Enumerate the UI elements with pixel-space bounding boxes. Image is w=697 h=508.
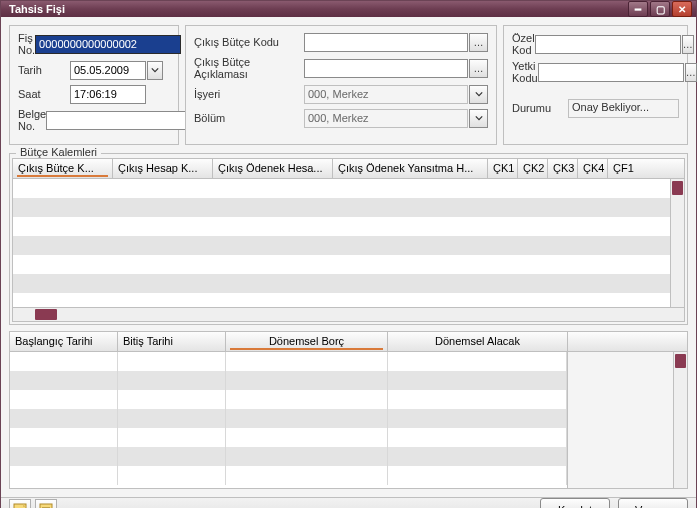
top-panels: Fiş No. Tarih Saat Belge No. (9, 25, 688, 145)
isyeri-input (304, 85, 468, 104)
titlebar[interactable]: Tahsis Fişi ━ ▢ ✕ (1, 1, 696, 17)
row-fisno: Fiş No. (18, 32, 170, 56)
table-row[interactable] (10, 390, 567, 409)
grid-budget-lines[interactable]: Çıkış Bütçe K... Çıkış Hesap K... Çıkış … (12, 158, 685, 322)
maximize-button[interactable]: ▢ (650, 1, 670, 17)
table-row[interactable] (10, 466, 567, 485)
tarih-input[interactable] (70, 61, 146, 80)
col-cikis-butce-k[interactable]: Çıkış Bütçe K... (13, 159, 113, 178)
row-isyeri: İşyeri (194, 84, 488, 104)
cikis-butce-acik-browse[interactable]: … (469, 59, 488, 78)
col-ck4[interactable]: ÇK4 (578, 159, 608, 178)
save-button[interactable]: Kaydet (540, 498, 610, 508)
col-donemsel-alacak[interactable]: Dönemsel Alacak (388, 332, 567, 351)
bolum-input (304, 109, 468, 128)
note-lines-icon (39, 503, 53, 508)
isyeri-label: İşyeri (194, 88, 304, 100)
isyeri-dropdown[interactable] (469, 85, 488, 104)
durumu-label: Durumu (512, 102, 568, 114)
scrollbar-thumb[interactable] (35, 309, 57, 320)
table-row[interactable] (13, 274, 684, 293)
col-cf1[interactable]: ÇF1 (608, 159, 684, 178)
col-cikis-odenek-yansitma[interactable]: Çıkış Ödenek Yansıtma H... (333, 159, 488, 178)
close-button[interactable]: ✕ (672, 1, 692, 17)
fisno-label: Fiş No. (18, 32, 35, 56)
yetki-kodu-input[interactable] (538, 63, 684, 82)
panel-budget: Çıkış Bütçe Kodu … Çıkış Bütçe Açıklamas… (185, 25, 497, 145)
grid2-right-pane (567, 332, 687, 488)
cancel-button-label: Vazgeç (635, 504, 671, 508)
ozel-kod-input[interactable] (535, 35, 681, 54)
chevron-down-icon (475, 90, 483, 98)
table-row[interactable] (13, 236, 684, 255)
ellipsis-icon: … (686, 67, 696, 78)
note-button-1[interactable] (9, 499, 31, 508)
grid1-hscroll[interactable] (13, 307, 684, 321)
table-row[interactable] (13, 217, 684, 236)
fieldset-legend: Bütçe Kalemleri (16, 146, 101, 158)
saat-input[interactable] (70, 85, 146, 104)
col-donemsel-borc[interactable]: Dönemsel Borç (226, 332, 388, 351)
table-row[interactable] (13, 255, 684, 274)
yetki-kodu-browse[interactable]: … (685, 63, 697, 82)
grid-periods[interactable]: Başlangıç Tarihi Bitiş Tarihi Dönemsel B… (9, 331, 688, 489)
row-tarih: Tarih (18, 60, 170, 80)
cancel-button[interactable]: Vazgeç (618, 498, 688, 508)
ellipsis-icon: … (474, 63, 484, 74)
bolum-dropdown[interactable] (469, 109, 488, 128)
scrollbar-thumb[interactable] (672, 181, 683, 195)
table-row[interactable] (10, 428, 567, 447)
yetki-kodu-label: Yetki Kodu (512, 60, 538, 84)
col-cikis-odenek-hesa[interactable]: Çıkış Ödenek Hesa... (213, 159, 333, 178)
cikis-butce-kodu-input[interactable] (304, 33, 468, 52)
col-bitis-tarihi[interactable]: Bitiş Tarihi (118, 332, 226, 351)
grid2-body[interactable] (10, 352, 567, 485)
col-baslangic-tarihi[interactable]: Başlangıç Tarihi (10, 332, 118, 351)
cikis-butce-kodu-browse[interactable]: … (469, 33, 488, 52)
row-belgeno: Belge No. (18, 108, 170, 132)
row-cikis-butce-acik: Çıkış Bütçe Açıklaması … (194, 56, 488, 80)
cikis-butce-acik-label: Çıkış Bütçe Açıklaması (194, 56, 304, 80)
durumu-value: Onay Bekliyor... (568, 99, 679, 118)
fisno-input[interactable] (35, 35, 181, 54)
table-row[interactable] (13, 179, 684, 198)
table-row[interactable] (10, 352, 567, 371)
window-body: Fiş No. Tarih Saat Belge No. (1, 17, 696, 497)
minimize-button[interactable]: ━ (628, 1, 648, 17)
table-row[interactable] (10, 371, 567, 390)
table-row[interactable] (13, 198, 684, 217)
belgeno-input[interactable] (46, 111, 192, 130)
col-cikis-hesap-k[interactable]: Çıkış Hesap K... (113, 159, 213, 178)
cikis-butce-acik-input[interactable] (304, 59, 468, 78)
ozel-kod-browse[interactable]: … (682, 35, 694, 54)
window-buttons: ━ ▢ ✕ (628, 1, 692, 17)
col-ck1[interactable]: ÇK1 (488, 159, 518, 178)
save-button-label: Kaydet (558, 504, 592, 508)
row-ozel-kod: Özel Kod … (512, 32, 679, 56)
scrollbar-thumb[interactable] (675, 354, 686, 368)
grid2-vscroll[interactable] (673, 352, 687, 488)
saat-label: Saat (18, 88, 70, 100)
svg-rect-1 (40, 504, 52, 508)
fieldset-butce-kalemleri: Bütçe Kalemleri Çıkış Bütçe K... Çıkış H… (9, 153, 688, 325)
table-row[interactable] (10, 447, 567, 466)
table-row[interactable] (10, 409, 567, 428)
ellipsis-icon: … (474, 37, 484, 48)
chevron-down-icon (151, 66, 159, 74)
row-saat: Saat (18, 84, 170, 104)
note-yellow-icon (13, 503, 27, 508)
chevron-down-icon (475, 114, 483, 122)
col-ck2[interactable]: ÇK2 (518, 159, 548, 178)
ellipsis-icon: … (683, 39, 693, 50)
col-ck3[interactable]: ÇK3 (548, 159, 578, 178)
note-button-2[interactable] (35, 499, 57, 508)
window-root: Tahsis Fişi ━ ▢ ✕ Fiş No. Tarih (0, 0, 697, 508)
grid1-body[interactable] (13, 179, 684, 307)
grid1-vscroll[interactable] (670, 179, 684, 307)
tarih-label: Tarih (18, 64, 70, 76)
grid1-header: Çıkış Bütçe K... Çıkış Hesap K... Çıkış … (13, 159, 684, 179)
panel-identity: Fiş No. Tarih Saat Belge No. (9, 25, 179, 145)
tarih-picker-button[interactable] (147, 61, 163, 80)
panel-codes: Özel Kod … Yetki Kodu … Durumu Onay Bekl… (503, 25, 688, 145)
bolum-label: Bölüm (194, 112, 304, 124)
